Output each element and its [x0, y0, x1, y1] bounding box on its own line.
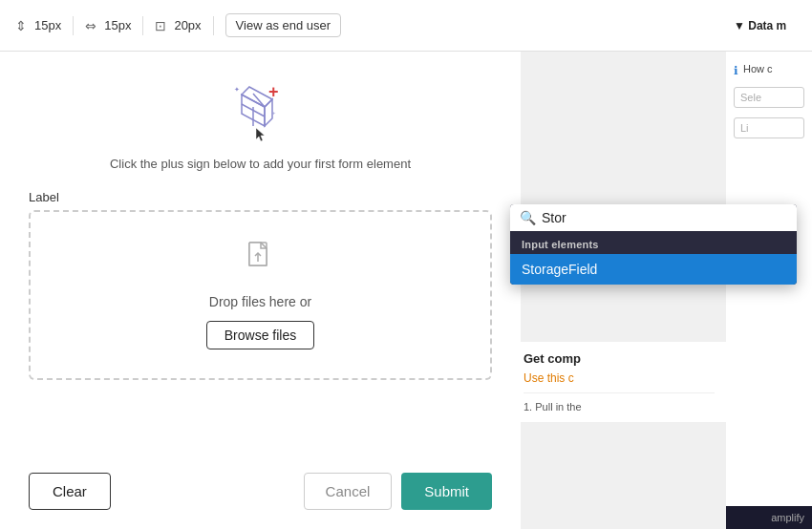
actions-row: Clear Cancel Submit — [29, 473, 492, 510]
hero-text: Click the plus sign below to add your fi… — [110, 157, 411, 171]
cancel-button[interactable]: Cancel — [304, 473, 393, 510]
info-row: ℹ How c — [734, 63, 804, 77]
get-complete-title: Get comp — [524, 351, 715, 366]
spacing-horizontal-value: 15px — [104, 18, 131, 32]
search-icon: 🔍 — [520, 210, 536, 225]
right-panel-content: ℹ How c Sele Li — [726, 52, 812, 529]
search-row: 🔍 — [510, 204, 797, 231]
upload-icon — [246, 241, 276, 283]
info-text: How c — [743, 63, 773, 74]
hero-area: + ✦ + Click the plus sign below to add y… — [110, 80, 411, 171]
svg-text:+: + — [268, 82, 279, 101]
hero-illustration: + ✦ + — [223, 80, 299, 147]
browse-files-button[interactable]: Browse files — [206, 321, 314, 349]
right-buttons: Cancel Submit — [304, 473, 492, 510]
field-label: Label — [29, 190, 492, 204]
spacing-vertical-value: 15px — [34, 18, 61, 32]
divider — [524, 392, 715, 393]
toolbar-divider-2 — [142, 16, 143, 35]
get-complete-section: Get comp Use this c 1. Pull in the — [512, 342, 726, 422]
toolbar-divider-1 — [73, 16, 74, 35]
info-icon: ℹ — [734, 64, 738, 77]
select-box[interactable]: Sele — [734, 87, 804, 108]
padding-icon: ⊡ — [155, 18, 166, 33]
svg-marker-9 — [256, 128, 265, 141]
svg-line-5 — [253, 94, 265, 107]
clear-button[interactable]: Clear — [29, 473, 111, 510]
right-panel-title: ▼ Data m — [734, 19, 786, 32]
toolbar: ⇕ 15px ⇔ 15px ⊡ 20px View as end user — [0, 0, 726, 52]
padding-value: 20px — [174, 18, 201, 32]
link-box[interactable]: Li — [734, 117, 804, 138]
svg-marker-2 — [265, 99, 272, 126]
svg-text:✦: ✦ — [234, 86, 240, 93]
dropdown-item-storagefield[interactable]: StorageField — [510, 254, 797, 285]
amplify-label: amplify — [771, 512, 804, 523]
submit-button[interactable]: Submit — [401, 473, 492, 510]
search-dropdown: 🔍 Input elements StorageField — [510, 204, 797, 285]
spacing-horizontal-icon: ⇔ — [85, 18, 96, 33]
dropdown-section-label: Input elements — [510, 231, 797, 254]
drop-zone[interactable]: Drop files here or Browse files — [29, 210, 492, 380]
svg-text:+: + — [272, 110, 276, 116]
use-this-link[interactable]: Use this c — [524, 371, 574, 385]
right-panel-header: ▼ Data m — [726, 0, 812, 52]
search-input[interactable] — [542, 210, 787, 225]
amplify-bar: amplify — [726, 506, 812, 529]
drop-text: Drop files here or — [209, 294, 311, 309]
view-as-end-user-button[interactable]: View as end user — [225, 13, 342, 37]
form-area: + ✦ + Click the plus sign below to add y… — [0, 52, 521, 529]
toolbar-divider-3 — [213, 16, 214, 35]
pull-in-text: 1. Pull in the — [524, 401, 715, 413]
spacing-vertical-icon: ⇕ — [15, 18, 27, 33]
